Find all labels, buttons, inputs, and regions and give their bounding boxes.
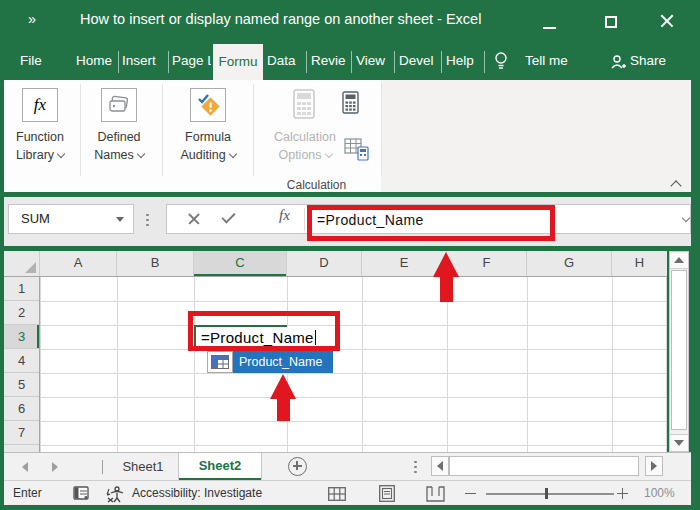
group-separator <box>381 84 382 176</box>
sheet-tab-sheet2-active[interactable]: Sheet2 <box>178 453 262 480</box>
normal-view-icon[interactable] <box>328 487 346 501</box>
tab-data[interactable]: Data <box>267 50 303 72</box>
defined-names-label[interactable]: Defined Names <box>83 128 155 164</box>
chevron-down-icon <box>324 150 332 158</box>
window-title: How to insert or display named range on … <box>80 11 481 27</box>
select-all-corner[interactable] <box>4 251 40 276</box>
column-header-a[interactable]: A <box>40 251 117 276</box>
column-header-d[interactable]: D <box>287 251 362 276</box>
accessibility-status[interactable]: Accessibility: Investigate <box>132 481 262 506</box>
macro-record-icon[interactable] <box>73 486 90 501</box>
accessibility-icon[interactable] <box>106 485 128 503</box>
tab-developer[interactable]: Devel <box>399 50 439 72</box>
tab-page-layout[interactable]: Page L <box>172 50 211 72</box>
group-separator <box>253 84 254 176</box>
ribbon: fx Function Library Defined Names <box>4 80 691 192</box>
horizontal-scroll-thumb[interactable] <box>449 456 639 476</box>
zoom-slider-track[interactable] <box>486 493 614 495</box>
row-header-1[interactable]: 1 <box>4 277 39 301</box>
tab-divider <box>441 51 442 73</box>
gridline-h <box>4 397 667 398</box>
scroll-left-button[interactable] <box>431 456 449 476</box>
autocomplete-icon-cell <box>207 351 233 373</box>
lightbulb-icon[interactable] <box>494 51 508 72</box>
add-sheet-button[interactable] <box>288 457 307 476</box>
calculation-group-label: Calculation <box>269 176 364 194</box>
tab-bar-drag-dots[interactable] <box>414 458 417 476</box>
column-header-g[interactable]: G <box>527 251 612 276</box>
formula-auditing-button[interactable] <box>190 88 226 122</box>
insert-function-icon[interactable]: fx <box>279 207 290 224</box>
row-header-8[interactable]: 8 <box>4 445 39 452</box>
status-mode[interactable]: Enter <box>13 481 42 506</box>
autocomplete-item-selected[interactable]: Product_Name <box>233 351 333 373</box>
row-header-3-selected[interactable]: 3 <box>4 325 39 349</box>
formula-bar-drag-dots[interactable] <box>146 211 149 229</box>
tab-formulas-selected[interactable]: Formu <box>213 44 263 80</box>
scroll-up-icon <box>674 257 684 263</box>
ribbon-empty-area <box>381 80 691 192</box>
sheet-nav-left-icon[interactable] <box>22 462 28 472</box>
sheet-tab-sheet1[interactable]: Sheet1 <box>108 453 178 481</box>
enter-icon[interactable] <box>221 209 235 223</box>
page-break-view-icon[interactable] <box>426 486 445 502</box>
calculate-now-icon[interactable] <box>341 91 360 115</box>
calculation-options-label: Calculation Options <box>269 128 341 164</box>
tab-divider <box>168 51 169 73</box>
column-header-f[interactable]: F <box>447 251 527 276</box>
vertical-scrollbar[interactable] <box>669 251 689 452</box>
column-header-b[interactable]: B <box>117 251 194 276</box>
maximize-button[interactable] <box>605 16 617 28</box>
sheet-nav-right-icon[interactable] <box>52 462 58 472</box>
tab-divider <box>306 51 307 73</box>
scroll-right-icon <box>651 461 657 471</box>
name-box-dropdown-icon[interactable] <box>116 217 124 222</box>
minimize-button[interactable] <box>543 27 556 29</box>
chevron-down-icon <box>228 150 236 158</box>
row-header-6[interactable]: 6 <box>4 397 39 421</box>
tell-me-label[interactable]: Tell me <box>525 50 577 72</box>
tab-help[interactable]: Help <box>446 50 480 72</box>
page-layout-view-icon[interactable] <box>379 485 395 502</box>
grid-body[interactable] <box>4 277 667 452</box>
tab-review[interactable]: Revie <box>311 50 348 72</box>
function-library-button[interactable]: fx <box>22 88 58 122</box>
row-header-2[interactable]: 2 <box>4 301 39 325</box>
name-box[interactable]: SUM <box>8 204 134 234</box>
zoom-slider-thumb[interactable] <box>545 488 548 499</box>
function-library-label[interactable]: Function Library <box>4 128 76 164</box>
tab-divider <box>118 51 119 73</box>
defined-names-icon <box>108 95 130 115</box>
annotation-box-formula <box>307 205 555 241</box>
close-button[interactable] <box>659 13 675 29</box>
tab-insert[interactable]: Insert <box>122 50 165 72</box>
tab-home[interactable]: Home <box>76 50 116 72</box>
vertical-scroll-thumb[interactable] <box>671 270 687 430</box>
scroll-down-button[interactable] <box>670 434 688 451</box>
sheet-tab-divider <box>102 460 103 474</box>
row-header-5[interactable]: 5 <box>4 373 39 397</box>
quick-access-overflow-icon[interactable]: » <box>28 11 36 27</box>
calculate-sheet-icon[interactable] <box>344 138 370 161</box>
defined-names-button[interactable] <box>101 88 137 122</box>
zoom-level[interactable]: 100% <box>644 481 675 506</box>
column-header-h[interactable]: H <box>612 251 667 276</box>
share-icon[interactable] <box>610 54 627 71</box>
row-header-7[interactable]: 7 <box>4 421 39 445</box>
calculation-options-icon <box>290 88 318 122</box>
column-header-c-selected[interactable]: C <box>194 251 287 276</box>
scroll-left-icon <box>437 461 443 471</box>
scroll-right-button[interactable] <box>645 456 663 476</box>
tab-view[interactable]: View <box>356 50 391 72</box>
gridline-v <box>194 277 195 452</box>
gridline-v <box>447 277 448 452</box>
annotation-arrow-autocomplete-shaft <box>277 397 290 421</box>
group-separator <box>80 84 81 176</box>
tab-file[interactable]: File <box>20 50 56 72</box>
share-label[interactable]: Share <box>630 50 672 72</box>
row-header-4[interactable]: 4 <box>4 349 39 373</box>
formula-bar-expand-icon[interactable] <box>682 214 690 222</box>
formula-auditing-label[interactable]: Formula Auditing <box>172 128 244 164</box>
scroll-up-button[interactable] <box>670 252 688 269</box>
zoom-out-icon[interactable] <box>465 493 476 495</box>
